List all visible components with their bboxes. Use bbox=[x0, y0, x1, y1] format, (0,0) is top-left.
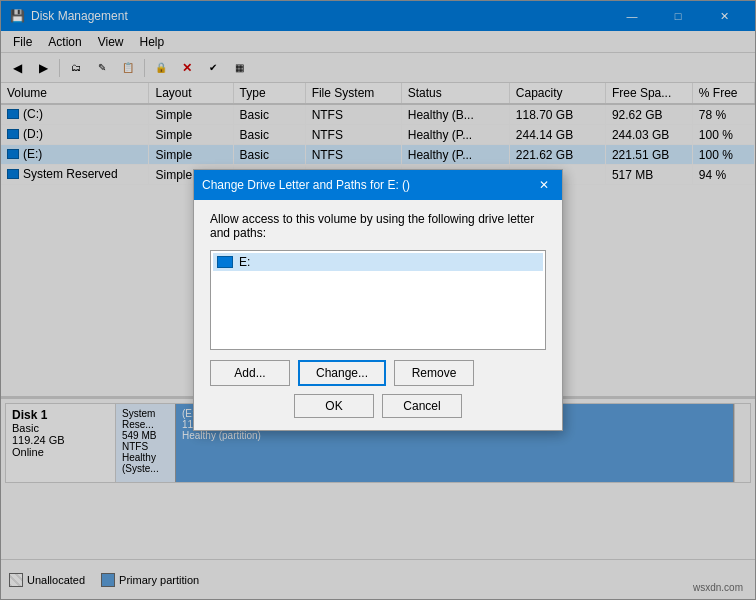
modal-titlebar: Change Drive Letter and Paths for E: () … bbox=[194, 170, 562, 200]
modal-overlay: Change Drive Letter and Paths for E: () … bbox=[0, 0, 756, 600]
modal-buttons-row1: Add... Change... Remove bbox=[210, 360, 546, 386]
modal-drive-icon bbox=[217, 256, 233, 268]
add-button[interactable]: Add... bbox=[210, 360, 290, 386]
modal-list-item[interactable]: E: bbox=[213, 253, 543, 271]
change-button[interactable]: Change... bbox=[298, 360, 386, 386]
modal-title: Change Drive Letter and Paths for E: () bbox=[202, 178, 410, 192]
modal-buttons-row2: OK Cancel bbox=[210, 394, 546, 418]
cancel-button[interactable]: Cancel bbox=[382, 394, 462, 418]
modal-body: Allow access to this volume by using the… bbox=[194, 200, 562, 430]
modal-close-button[interactable]: ✕ bbox=[534, 175, 554, 195]
ok-button[interactable]: OK bbox=[294, 394, 374, 418]
modal-list-item-label: E: bbox=[239, 255, 250, 269]
modal-listbox[interactable]: E: bbox=[210, 250, 546, 350]
remove-button[interactable]: Remove bbox=[394, 360, 474, 386]
modal-description: Allow access to this volume by using the… bbox=[210, 212, 546, 240]
modal-dialog: Change Drive Letter and Paths for E: () … bbox=[193, 169, 563, 431]
